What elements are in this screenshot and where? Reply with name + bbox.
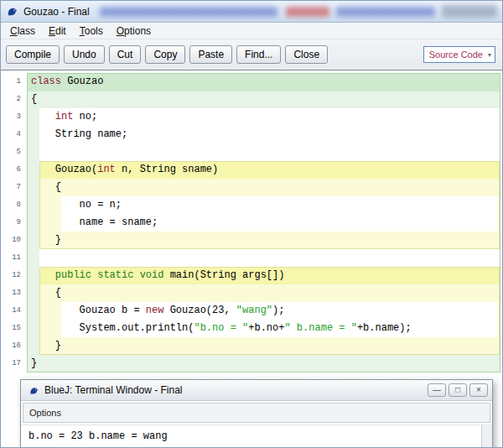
menubar: Class Edit Tools Options xyxy=(1,23,502,39)
line-number: 15 xyxy=(1,320,21,337)
line-number: 14 xyxy=(1,302,21,320)
terminal-titlebar[interactable]: BlueJ: Terminal Window - Final — □ × xyxy=(21,380,492,401)
menu-class[interactable]: Class xyxy=(3,23,42,39)
close-button[interactable]: Close xyxy=(285,45,328,64)
code-line-9: name = sname; xyxy=(31,214,158,232)
code-line-8: no = n; xyxy=(31,196,122,214)
blurred-background-content xyxy=(286,7,329,17)
line-number: 12 xyxy=(1,267,21,284)
titlebar[interactable]: Gouzao - Final xyxy=(1,1,502,23)
terminal-output-area[interactable]: b.no = 23 b.name = wang xyxy=(21,425,492,448)
blurred-background-content xyxy=(336,7,435,17)
close-icon[interactable]: × xyxy=(469,383,488,397)
code-line-10: } xyxy=(31,232,61,249)
bluej-icon xyxy=(6,5,18,18)
menu-edit[interactable]: Edit xyxy=(42,23,73,39)
line-number: 1 xyxy=(1,73,21,91)
view-selector[interactable]: Source Code ▾ xyxy=(423,46,495,63)
code-line-12: public static void main(String args[]) xyxy=(31,267,284,284)
line-number: 5 xyxy=(1,143,21,161)
terminal-scrollbar[interactable] xyxy=(481,425,492,448)
line-number: 11 xyxy=(1,249,21,267)
line-number: 8 xyxy=(1,196,21,214)
minimize-icon[interactable]: — xyxy=(428,383,446,397)
code-line-4: String name; xyxy=(31,126,127,143)
code-line-15: System.out.println("b.no = "+b.no+" b.na… xyxy=(31,320,412,337)
menu-options[interactable]: Options xyxy=(110,23,158,39)
scope-highlight-body xyxy=(39,249,500,267)
copy-button[interactable]: Copy xyxy=(145,45,185,64)
code-line-7: { xyxy=(31,179,61,196)
terminal-menu-options[interactable]: Options xyxy=(29,408,61,418)
terminal-menubar: Options xyxy=(23,403,490,423)
terminal-window: BlueJ: Terminal Window - Final — □ × Opt… xyxy=(20,379,493,448)
terminal-title: BlueJ: Terminal Window - Final xyxy=(44,384,183,396)
line-number: 16 xyxy=(1,337,21,355)
line-number: 6 xyxy=(1,161,21,179)
view-selector-label: Source Code xyxy=(429,49,483,60)
line-number: 4 xyxy=(1,126,21,143)
undo-button[interactable]: Undo xyxy=(64,45,105,64)
bluej-editor-window: Gouzao - Final Class Edit Tools Options … xyxy=(0,0,503,448)
line-number: 2 xyxy=(1,91,21,108)
code-line-2: { xyxy=(31,91,37,108)
line-number: 13 xyxy=(1,284,21,302)
line-number: 7 xyxy=(1,179,21,196)
menu-tools[interactable]: Tools xyxy=(73,23,110,39)
terminal-output: b.no = 23 b.name = wang xyxy=(21,425,492,447)
code-line-14: Gouzao b = new Gouzao(23, "wang"); xyxy=(31,302,284,320)
line-number: 10 xyxy=(1,232,21,249)
window-title: Gouzao - Final xyxy=(23,6,90,18)
compile-button[interactable]: Compile xyxy=(6,45,60,64)
blurred-background-content xyxy=(100,7,277,17)
blurred-window-controls xyxy=(442,5,497,18)
code-line-1: class Gouzao xyxy=(31,73,103,91)
code-line-6: Gouzao(int n, String sname) xyxy=(31,161,218,179)
code-line-16: } xyxy=(31,337,61,355)
line-number: 9 xyxy=(1,214,21,232)
paste-button[interactable]: Paste xyxy=(189,45,232,64)
code-line-17: } xyxy=(31,355,37,372)
line-number: 3 xyxy=(1,108,21,126)
code-line-13: { xyxy=(31,284,61,302)
chevron-down-icon: ▾ xyxy=(488,51,491,59)
line-number: 17 xyxy=(1,355,21,372)
maximize-icon[interactable]: □ xyxy=(449,383,467,397)
toolbar: Compile Undo Cut Copy Paste Find... Clos… xyxy=(1,39,502,70)
cut-button[interactable]: Cut xyxy=(109,45,142,64)
bluej-icon xyxy=(29,385,39,396)
find-button[interactable]: Find... xyxy=(236,45,281,64)
terminal-window-controls: — □ × xyxy=(428,383,488,397)
code-line-3: int no; xyxy=(31,108,97,126)
